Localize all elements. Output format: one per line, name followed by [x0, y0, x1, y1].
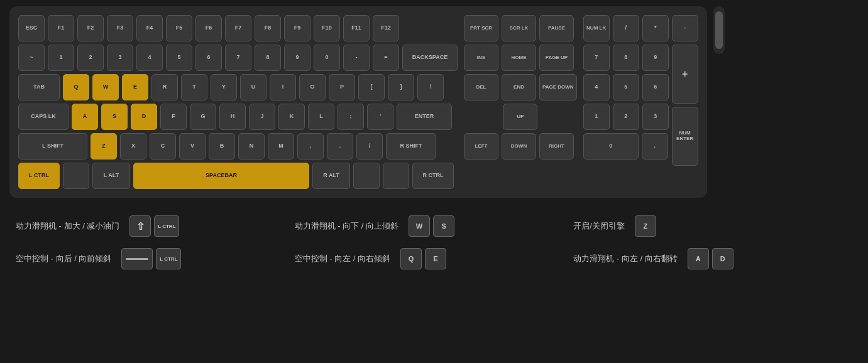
key-slash[interactable]: / — [356, 133, 383, 160]
key-num0[interactable]: 0 — [583, 133, 639, 160]
key-num9[interactable]: 9 — [642, 45, 669, 71]
key-backslash[interactable]: \ — [417, 74, 444, 100]
key-right[interactable]: RIGHT — [539, 133, 574, 160]
key-f5[interactable]: F5 — [166, 15, 192, 41]
key-y[interactable]: Y — [211, 74, 237, 100]
scroll-handle[interactable] — [715, 11, 723, 49]
key-semicolon[interactable]: ; — [338, 104, 364, 130]
key-2[interactable]: 2 — [77, 45, 104, 71]
key-z[interactable]: Z — [91, 133, 117, 160]
key-tab[interactable]: TAB — [18, 74, 60, 100]
key-numlk[interactable]: NUM LK — [583, 15, 610, 41]
key-down[interactable]: DOWN — [502, 133, 536, 160]
key-prtscr[interactable]: PRT SCR — [464, 15, 498, 41]
key-f[interactable]: F — [160, 104, 187, 130]
key-num6[interactable]: 6 — [642, 74, 669, 100]
key-rbracket[interactable]: ] — [388, 74, 414, 100]
key-t[interactable]: T — [181, 74, 207, 100]
key-left[interactable]: LEFT — [464, 133, 498, 160]
key-f2[interactable]: F2 — [77, 15, 104, 41]
key-9[interactable]: 9 — [284, 45, 310, 71]
key-8[interactable]: 8 — [255, 45, 281, 71]
key-num-minus[interactable]: - — [672, 15, 698, 41]
key-plus[interactable]: + — [672, 45, 698, 104]
key-num5[interactable]: 5 — [613, 74, 639, 100]
key-win-left[interactable] — [63, 163, 89, 189]
key-num1[interactable]: 1 — [583, 104, 610, 130]
key-f3[interactable]: F3 — [107, 15, 133, 41]
key-caps[interactable]: CAPS LK — [18, 104, 69, 130]
key-r[interactable]: R — [151, 74, 178, 100]
key-fn[interactable] — [353, 163, 380, 189]
key-numenter[interactable]: NUMENTER — [672, 107, 698, 166]
key-l[interactable]: L — [308, 104, 334, 130]
key-num8[interactable]: 8 — [613, 45, 639, 71]
key-c[interactable]: C — [150, 133, 176, 160]
key-e[interactable]: E — [122, 74, 148, 100]
key-p[interactable]: P — [329, 74, 355, 100]
key-num-dot[interactable]: . — [642, 133, 668, 160]
key-comma[interactable]: , — [297, 133, 324, 160]
key-pgdn[interactable]: PAGE DOWN — [539, 74, 577, 100]
key-ins[interactable]: INS — [464, 45, 498, 71]
key-h[interactable]: H — [219, 104, 246, 130]
key-v[interactable]: V — [179, 133, 206, 160]
key-f11[interactable]: F11 — [343, 15, 370, 41]
key-num4[interactable]: 4 — [583, 74, 610, 100]
key-4[interactable]: 4 — [136, 45, 163, 71]
key-pgup[interactable]: PAGE UP — [539, 45, 574, 71]
key-3[interactable]: 3 — [107, 45, 133, 71]
key-esc[interactable]: ESC — [18, 15, 45, 41]
key-o[interactable]: O — [299, 74, 326, 100]
key-k[interactable]: K — [278, 104, 305, 130]
key-tilde[interactable]: ~ — [18, 45, 45, 71]
key-equals[interactable]: = — [373, 45, 399, 71]
key-b[interactable]: B — [209, 133, 235, 160]
key-end[interactable]: END — [502, 74, 536, 100]
key-up[interactable]: UP — [503, 104, 537, 130]
key-f8[interactable]: F8 — [255, 15, 281, 41]
key-f10[interactable]: F10 — [314, 15, 340, 41]
key-x[interactable]: X — [120, 133, 146, 160]
key-enter[interactable]: ENTER — [397, 104, 452, 130]
key-j[interactable]: J — [249, 104, 275, 130]
key-home[interactable]: HOME — [502, 45, 536, 71]
key-s[interactable]: S — [101, 104, 128, 130]
key-win-right[interactable] — [383, 163, 409, 189]
key-lbracket[interactable]: [ — [358, 74, 385, 100]
key-pause[interactable]: PAUSE — [539, 15, 574, 41]
key-d[interactable]: D — [131, 104, 157, 130]
key-a[interactable]: A — [72, 104, 98, 130]
key-scrlk[interactable]: SCR LK — [502, 15, 536, 41]
key-f7[interactable]: F7 — [225, 15, 251, 41]
key-g[interactable]: G — [190, 104, 216, 130]
key-f4[interactable]: F4 — [136, 15, 163, 41]
key-minus[interactable]: - — [343, 45, 370, 71]
key-n[interactable]: N — [238, 133, 265, 160]
key-period[interactable]: . — [327, 133, 353, 160]
key-5[interactable]: 5 — [166, 45, 192, 71]
key-rshift[interactable]: R SHIFT — [386, 133, 436, 160]
key-f1[interactable]: F1 — [48, 15, 74, 41]
key-num-slash[interactable]: / — [613, 15, 639, 41]
key-num3[interactable]: 3 — [642, 104, 669, 130]
key-rctrl[interactable]: R CTRL — [412, 163, 454, 189]
key-u[interactable]: U — [240, 74, 266, 100]
key-quote[interactable]: ' — [367, 104, 393, 130]
key-6[interactable]: 6 — [195, 45, 222, 71]
key-backspace[interactable]: BACKSPACE — [402, 45, 458, 71]
key-w[interactable]: W — [92, 74, 119, 100]
key-m[interactable]: M — [268, 133, 294, 160]
key-f9[interactable]: F9 — [284, 15, 310, 41]
key-ralt[interactable]: R ALT — [312, 163, 350, 189]
key-del[interactable]: DEL — [464, 74, 498, 100]
key-f12[interactable]: F12 — [373, 15, 399, 41]
key-0[interactable]: 0 — [314, 45, 340, 71]
key-i[interactable]: I — [270, 74, 296, 100]
key-num7[interactable]: 7 — [583, 45, 610, 71]
key-lshift[interactable]: L SHIFT — [18, 133, 87, 160]
key-q[interactable]: Q — [63, 74, 89, 100]
key-num2[interactable]: 2 — [613, 104, 639, 130]
key-7[interactable]: 7 — [225, 45, 251, 71]
key-spacebar[interactable]: SPACEBAR — [133, 163, 309, 189]
